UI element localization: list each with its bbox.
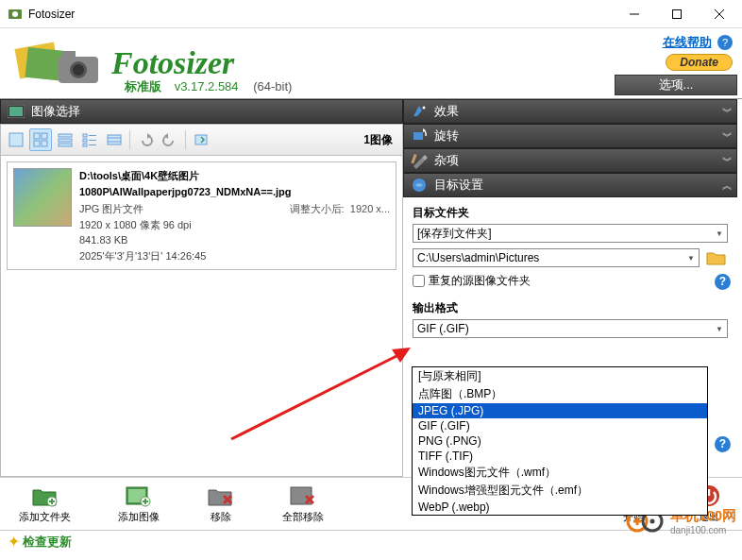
format-option[interactable]: Windows增强型图元文件（.emf）	[413, 482, 707, 500]
logo-image	[9, 38, 104, 90]
help-icon[interactable]: ?	[715, 274, 731, 290]
file-dimensions: 1920 x 1080 像素 96 dpi	[79, 217, 390, 233]
chevron-down-icon: ︾	[722, 105, 731, 119]
resize-label: 调整大小后:	[290, 203, 345, 214]
view-thumbnails-large[interactable]	[5, 128, 27, 151]
output-format-list[interactable]: [与原来相同]点阵图（.BMP）JPEG (.JPG)GIF (.GIF)PNG…	[412, 366, 708, 516]
edition-label: 标准版	[125, 79, 161, 93]
donate-button[interactable]: Donate	[666, 54, 733, 71]
resize-value: 1920 x...	[350, 203, 390, 214]
help-icon[interactable]: ?	[717, 35, 733, 50]
image-select-icon	[7, 102, 25, 121]
output-format-select[interactable]: GIF (.GIF)	[413, 319, 728, 338]
format-option[interactable]: TIFF (.TIF)	[413, 449, 707, 464]
version-bits: (64-bit)	[253, 79, 292, 93]
svg-point-56	[649, 519, 654, 524]
repeat-source-checkbox[interactable]	[413, 275, 425, 287]
format-option[interactable]: PNG (.PNG)	[413, 433, 707, 449]
section-misc-label: 杂项	[434, 152, 459, 169]
star-icon: ✦	[8, 533, 20, 551]
dest-folder-label: 目标文件夹	[413, 205, 728, 221]
remove-icon	[207, 484, 235, 508]
browse-folder-button[interactable]	[705, 248, 728, 267]
section-effects-label: 效果	[434, 103, 459, 120]
image-item[interactable]: D:\tools\桌面\4K壁纸图片 1080P\AIWallpaperjpg0…	[7, 161, 396, 270]
close-button[interactable]	[698, 1, 740, 27]
destination-body: 目标文件夹 [保存到文件夹] C:\Users\admin\Pictures 重…	[403, 197, 737, 346]
svg-point-1	[12, 11, 18, 17]
section-misc[interactable]: 杂项 ︾	[403, 148, 737, 173]
svg-rect-31	[195, 135, 207, 144]
chevron-down-icon: ︾	[722, 154, 731, 168]
view-list[interactable]	[54, 128, 76, 151]
destination-icon	[410, 176, 429, 195]
redo-button[interactable]	[159, 128, 181, 151]
format-option[interactable]: WebP (.webp)	[413, 500, 707, 515]
format-option[interactable]: [与原来相同]	[413, 367, 707, 385]
image-list: D:\tools\桌面\4K壁纸图片 1080P\AIWallpaperjpg0…	[0, 156, 403, 477]
view-details[interactable]	[78, 128, 101, 151]
svg-rect-28	[108, 135, 121, 144]
svg-rect-14	[9, 133, 23, 146]
maximize-button[interactable]	[655, 1, 698, 27]
refresh-button[interactable]	[190, 128, 212, 151]
svg-point-10	[73, 64, 84, 76]
minimize-button[interactable]	[613, 1, 655, 27]
svg-point-32	[423, 107, 426, 110]
section-effects[interactable]: 效果 ︾	[403, 99, 737, 124]
svg-rect-22	[83, 134, 87, 137]
svg-rect-11	[62, 51, 76, 59]
svg-rect-23	[89, 135, 96, 136]
svg-rect-21	[59, 144, 72, 146]
add-image-icon	[125, 484, 153, 508]
dest-folder-select[interactable]: [保存到文件夹]	[413, 224, 728, 243]
format-option[interactable]: 点阵图（.BMP）	[413, 385, 707, 403]
remove-button[interactable]: 移除	[207, 484, 235, 524]
svg-rect-27	[89, 144, 96, 145]
view-thumbnails-grid[interactable]	[29, 128, 52, 151]
output-format-label: 输出格式	[413, 300, 728, 316]
dest-path-select[interactable]: C:\Users\admin\Pictures	[413, 248, 700, 267]
svg-rect-13	[9, 107, 23, 116]
remove-all-icon	[289, 484, 317, 508]
view-tiles[interactable]	[103, 128, 126, 151]
logo-text: Fotosizer	[111, 45, 234, 81]
repeat-source-label: 重复的源图像文件夹	[429, 273, 531, 289]
svg-rect-17	[34, 141, 40, 146]
online-help-link[interactable]: 在线帮助	[663, 35, 712, 49]
remove-all-button[interactable]: 全部移除	[282, 484, 324, 524]
section-rotate-label: 旋转	[434, 127, 459, 144]
format-option[interactable]: JPEG (.JPG)	[413, 403, 707, 418]
options-button[interactable]: 选项...	[615, 75, 737, 95]
svg-rect-15	[34, 133, 40, 139]
add-image-button[interactable]: 添加图像	[118, 484, 160, 524]
svg-rect-3	[672, 9, 681, 18]
section-destination-label: 目标设置	[434, 177, 483, 194]
format-option[interactable]: GIF (.GIF)	[413, 418, 707, 433]
section-image-select[interactable]: 图像选择	[0, 99, 403, 124]
help-icon[interactable]: ?	[715, 436, 731, 452]
svg-rect-19	[59, 134, 72, 137]
section-image-select-label: 图像选择	[31, 103, 80, 120]
file-date: 2025'年'3'月'13'日' 14:26:45	[79, 248, 390, 264]
file-path: D:\tools\桌面\4K壁纸图片 1080P\AIWallpaperjpg0…	[79, 168, 390, 199]
add-folder-button[interactable]: 添加文件夹	[19, 484, 71, 524]
watermark-url: danji100.com	[670, 525, 736, 535]
svg-rect-16	[42, 133, 47, 139]
version-number: v3.17.2.584	[175, 79, 239, 93]
version-info: 标准版 v3.17.2.584 (64-bit)	[125, 78, 292, 95]
check-update-link[interactable]: 检查更新	[23, 534, 72, 551]
file-type: JPG 图片文件	[79, 201, 143, 217]
thumbnail	[13, 168, 72, 227]
undo-button[interactable]	[134, 128, 157, 151]
svg-rect-20	[59, 139, 72, 142]
effects-icon	[410, 102, 429, 121]
svg-rect-24	[83, 139, 87, 142]
section-destination[interactable]: 目标设置 ︽	[403, 173, 737, 197]
app-icon	[8, 7, 23, 22]
format-option[interactable]: Windows图元文件（.wmf）	[413, 464, 707, 482]
svg-rect-26	[83, 144, 87, 146]
app-header: Fotosizer 在线帮助 ? Donate 标准版 v3.17.2.584 …	[0, 28, 742, 99]
section-rotate[interactable]: 旋转 ︾	[403, 124, 737, 148]
view-toolbar: 1图像	[0, 124, 403, 156]
